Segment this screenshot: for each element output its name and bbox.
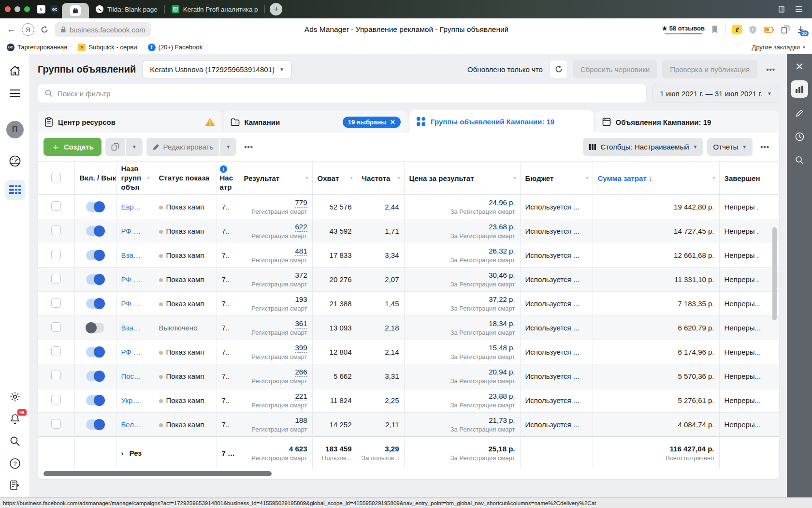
- notes-pencil-icon[interactable]: [791, 104, 808, 121]
- row-checkbox[interactable]: [51, 346, 61, 356]
- adset-toggle[interactable]: [86, 395, 104, 405]
- tab-ads[interactable]: Объявления Кампании: 19: [595, 111, 780, 133]
- url-field[interactable]: business.facebook.com: [55, 22, 151, 37]
- expand-chevron-icon[interactable]: ›: [121, 449, 124, 457]
- discard-drafts-button[interactable]: Сбросить черновики: [573, 60, 657, 78]
- review-publish-button[interactable]: Проверка и публикация: [662, 60, 757, 78]
- table-horizontal-scrollbar[interactable]: [41, 470, 776, 477]
- settings-gear-icon[interactable]: [9, 391, 21, 403]
- bookmark-item[interactable]: S Subquick - серви: [78, 44, 137, 51]
- adset-toggle[interactable]: [86, 323, 104, 333]
- result-value[interactable]: 399: [295, 344, 307, 353]
- performance-gauge-icon[interactable]: [9, 155, 21, 167]
- result-value[interactable]: 372: [295, 271, 307, 280]
- col-toggle[interactable]: Вкл. / Выкл.: [74, 162, 116, 195]
- header-more-button[interactable]: •••: [762, 65, 779, 74]
- battery-saver-icon[interactable]: [764, 27, 774, 33]
- edit-dropdown-button[interactable]: ▼: [220, 138, 236, 156]
- select-all-checkbox[interactable]: [51, 173, 61, 182]
- col-status[interactable]: Статус показа: [154, 162, 217, 195]
- analytics-icon[interactable]: [791, 80, 808, 98]
- result-value[interactable]: 221: [295, 392, 307, 401]
- refresh-button[interactable]: [550, 60, 568, 78]
- account-selector[interactable]: Keratin Ustinova (1729259653914801)▼: [143, 60, 291, 78]
- result-value[interactable]: 779: [295, 198, 307, 208]
- adset-toggle[interactable]: [86, 202, 104, 212]
- row-checkbox[interactable]: [51, 419, 61, 429]
- duplicate-button[interactable]: [105, 138, 125, 156]
- other-bookmarks[interactable]: Другие закладки ▾: [752, 44, 805, 51]
- col-amount-spent-sorted[interactable]: Сумма затрат ↓▼: [593, 162, 719, 195]
- adset-toggle[interactable]: [86, 226, 104, 236]
- result-value[interactable]: 188: [295, 416, 307, 425]
- new-tab-button[interactable]: +: [270, 3, 282, 15]
- col-name[interactable]: Назв групп объя▼: [116, 162, 154, 195]
- adset-name-link[interactable]: РФ …: [121, 348, 141, 356]
- result-value[interactable]: 193: [295, 295, 307, 304]
- tab-campaigns[interactable]: Кампании 19 выбраны✕: [224, 111, 408, 133]
- adset-name-link[interactable]: Бел…: [121, 420, 141, 429]
- edit-button[interactable]: Редактировать: [146, 138, 219, 156]
- zoom-window-button[interactable]: [24, 6, 30, 12]
- adset-name-link[interactable]: Евр…: [121, 203, 141, 211]
- col-frequency[interactable]: Частота▼: [357, 162, 404, 195]
- result-value[interactable]: 622: [295, 223, 307, 232]
- toolbar-more-button[interactable]: •••: [240, 143, 257, 151]
- adset-name-link[interactable]: Вза…: [121, 324, 141, 332]
- table-vertical-scrollbar[interactable]: [772, 227, 777, 320]
- row-checkbox[interactable]: [51, 298, 61, 308]
- active-pinned-tab-facebook-business[interactable]: [62, 3, 89, 18]
- col-ends[interactable]: Завершен: [719, 162, 779, 195]
- adset-toggle[interactable]: [86, 299, 104, 309]
- tab-ad-sets-active[interactable]: Группы объявлений Кампании: 19: [409, 110, 594, 133]
- search-icon[interactable]: [9, 435, 21, 447]
- result-value[interactable]: 481: [295, 247, 307, 256]
- tab-resource-center[interactable]: Центр ресурсов: [38, 111, 222, 133]
- selected-campaigns-pill[interactable]: 19 выбраны✕: [343, 117, 401, 128]
- avatar[interactable]: П: [6, 121, 24, 138]
- result-value[interactable]: 266: [295, 368, 307, 377]
- adset-toggle[interactable]: [86, 371, 104, 381]
- protect-shield-icon[interactable]: [749, 25, 757, 34]
- row-checkbox[interactable]: [51, 371, 61, 380]
- row-checkbox[interactable]: [51, 395, 61, 404]
- site-reviews[interactable]: ★ 58 отзывов: [662, 25, 705, 34]
- reports-button[interactable]: Отчеты▼: [707, 138, 753, 156]
- back-icon[interactable]: ←: [7, 24, 16, 35]
- bookmark-item[interactable]: GC Таргетированная: [7, 44, 67, 51]
- tab-keratin-sheet[interactable]: Keratin Profi аналитика р: [165, 0, 265, 18]
- close-window-button[interactable]: [5, 6, 11, 12]
- bookmark-item[interactable]: f (20+) Facebook: [148, 44, 203, 51]
- date-range-selector[interactable]: 1 июл 2021 г. — 31 июл 2021 г.▼: [652, 84, 779, 103]
- close-icon[interactable]: ✕: [795, 61, 804, 73]
- downloads-icon[interactable]: 10: [797, 25, 805, 34]
- pinned-tab-getcourse[interactable]: GC: [50, 5, 59, 14]
- row-checkbox[interactable]: [51, 250, 61, 259]
- dock-panel-icon[interactable]: [10, 480, 20, 491]
- reports-more-button[interactable]: •••: [756, 143, 773, 151]
- info-icon[interactable]: i: [220, 165, 227, 173]
- help-icon[interactable]: ?: [9, 458, 21, 469]
- zoom-search-icon[interactable]: [791, 151, 808, 169]
- notifications-bell-icon[interactable]: 98: [9, 413, 21, 425]
- col-cost-per-result[interactable]: Цена за результат▼: [404, 162, 520, 195]
- search-input[interactable]: [58, 90, 639, 98]
- row-checkbox[interactable]: [51, 201, 61, 211]
- col-result[interactable]: Результат▼: [239, 162, 312, 195]
- col-budget[interactable]: Бюджет▼: [520, 162, 593, 195]
- minimize-window-button[interactable]: [14, 6, 20, 12]
- create-button[interactable]: ＋ Создать: [44, 138, 102, 156]
- adset-toggle[interactable]: [86, 250, 104, 260]
- col-reach[interactable]: Охват▼: [312, 162, 357, 195]
- yandex-button[interactable]: Я: [22, 23, 34, 36]
- reload-icon[interactable]: [40, 25, 49, 34]
- menu-icon[interactable]: [9, 89, 21, 98]
- letyshops-icon[interactable]: ℓ: [732, 25, 742, 34]
- browser-menu-icon[interactable]: [795, 6, 803, 13]
- columns-button[interactable]: Столбцы: Настраиваемый▼: [583, 138, 703, 156]
- bookmark-flag-icon[interactable]: [711, 25, 718, 34]
- result-value[interactable]: 361: [295, 319, 307, 329]
- adset-name-link[interactable]: Вза…: [121, 251, 141, 259]
- search-filter-box[interactable]: [38, 84, 647, 103]
- adset-name-link[interactable]: Укр…: [121, 396, 140, 404]
